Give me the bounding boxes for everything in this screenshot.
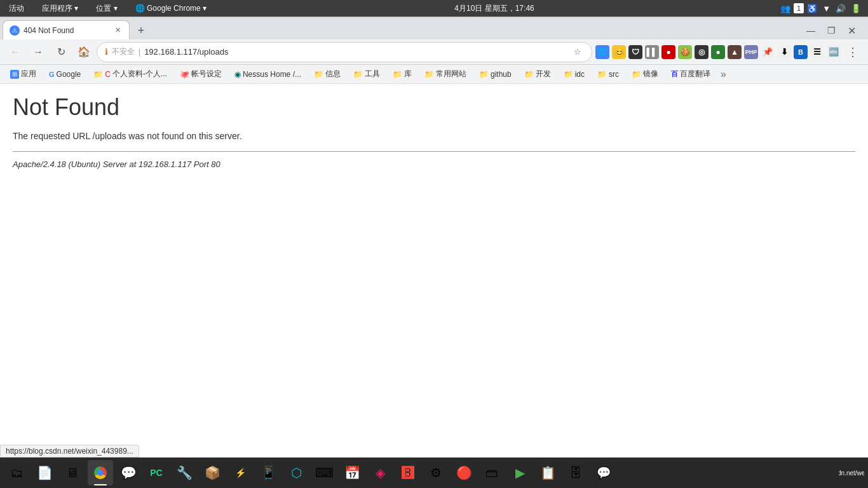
ext-face[interactable]: 😊	[612, 45, 626, 59]
taskbar-files[interactable]: 🗂	[4, 460, 29, 485]
address-text[interactable]: 192.168.1.117/uploads	[144, 47, 567, 57]
taskbar-app10[interactable]: ⬡	[283, 460, 309, 485]
bookmark-personal[interactable]: 📁 C 个人资料-个人...	[88, 67, 172, 81]
bookmark-common[interactable]: 📁 常用网站	[419, 67, 471, 81]
nessus-icon: ◉	[234, 70, 241, 79]
tab-title: 404 Not Found	[24, 26, 109, 35]
bookmark-account[interactable]: 🐙 帐号设定	[175, 67, 227, 81]
bookmark-google[interactable]: G Google	[44, 68, 86, 81]
bookmark-mirror[interactable]: 📁 镜像	[627, 67, 663, 81]
taskbar-center: 4月10日 星期五，17:46	[454, 3, 534, 14]
ext-translate[interactable]: 🌐	[595, 45, 609, 59]
bookmark-dev[interactable]: 📁 开发	[519, 67, 556, 81]
taskbar-app13[interactable]: ⚙	[423, 460, 449, 485]
refresh-button[interactable]: ↻	[51, 42, 71, 62]
taskbar-url-label: https://blog.csdn.net/weixin_443989...	[839, 460, 864, 485]
ext-red[interactable]: ●	[661, 45, 675, 59]
page-body: The requested URL /uploads was not found…	[13, 131, 855, 141]
page-divider	[13, 151, 855, 152]
taskbar-wechat[interactable]: 💬	[116, 460, 141, 485]
address-icons: ☆	[571, 46, 584, 58]
ext-bar[interactable]: ▌▌	[645, 45, 659, 59]
ext-circle[interactable]: ◎	[695, 45, 709, 59]
baidu-icon: 百	[671, 69, 678, 79]
ext-shield[interactable]: 🛡	[628, 45, 642, 59]
star-icon[interactable]: ☆	[571, 46, 584, 58]
tab-close-button[interactable]: ✕	[112, 25, 123, 36]
ext-green[interactable]: ●	[711, 45, 725, 59]
folder-icon-github: 📁	[479, 70, 489, 79]
new-tab-button[interactable]: +	[132, 22, 150, 39]
server-info: Apache/2.4.18 (Ubuntu) Server at 192.168…	[13, 159, 855, 169]
network-icon[interactable]: ▼	[820, 4, 832, 13]
taskbar-app9[interactable]: 📱	[255, 460, 281, 485]
taskbar-app12[interactable]: 🅱	[395, 460, 421, 485]
taskbar-app18[interactable]: 🗄	[563, 460, 588, 485]
bookmark-apps[interactable]: ⊞ 应用	[5, 67, 41, 81]
apps-icon: ⊞	[10, 70, 19, 79]
taskbar-app8[interactable]: ⚡	[227, 460, 253, 485]
taskbar-app17[interactable]: 📋	[535, 460, 560, 485]
ext-down[interactable]: ⬇	[777, 45, 791, 59]
back-button[interactable]: ←	[5, 42, 25, 62]
minimize-button[interactable]: —	[802, 24, 820, 37]
bookmark-account-label: 帐号设定	[191, 69, 222, 79]
bookmark-google-label: Google	[57, 70, 81, 79]
accessibility-icon[interactable]: ♿	[805, 4, 819, 13]
menu-button[interactable]: ⋮	[843, 42, 863, 62]
taskbar-keyboard[interactable]: ⌨	[311, 460, 337, 485]
taskbar-wechat2[interactable]: 💬	[591, 460, 616, 485]
nav-bar: ← → ↻ 🏠 ℹ 不安全 | 192.168.1.117/uploads ☆ …	[0, 39, 868, 65]
bookmark-baidu-label: 百度翻译	[680, 69, 710, 79]
bookmark-info[interactable]: 📁 信息	[309, 67, 346, 81]
taskbar-calendar[interactable]: 📅	[339, 460, 365, 485]
bookmark-nessus[interactable]: ◉ Nessus Home /...	[229, 68, 306, 81]
bookmark-dev-label: 开发	[536, 69, 551, 79]
bookmark-tools[interactable]: 📁 工具	[348, 67, 385, 81]
taskbar-terminal[interactable]: 🖥	[60, 460, 85, 485]
bookmark-lib[interactable]: 📁 库	[388, 67, 417, 81]
activities-button[interactable]: 活动	[5, 2, 28, 15]
ext-pin[interactable]: 📌	[761, 45, 775, 59]
places-menu[interactable]: 位置 ▾	[92, 2, 121, 15]
window-controls: — ❐ ✕	[802, 24, 865, 39]
bookmark-idc[interactable]: 📁 idc	[559, 68, 590, 81]
taskbar-app14[interactable]: 🔴	[451, 460, 477, 485]
folder-icon-info: 📁	[314, 70, 323, 79]
bookmark-baidu[interactable]: 百 百度翻译	[666, 67, 715, 81]
active-tab[interactable]: ⚠ 404 Not Found ✕	[3, 20, 130, 39]
bookmarks-more-button[interactable]: »	[718, 69, 729, 80]
bookmark-idc-label: idc	[575, 70, 585, 79]
taskbar-app7[interactable]: 📦	[200, 460, 225, 485]
close-button[interactable]: ✕	[843, 24, 860, 37]
google-icon: G	[49, 71, 55, 78]
taskbar-text[interactable]: 📄	[32, 460, 57, 485]
applications-menu[interactable]: 应用程序 ▾	[38, 2, 82, 15]
taskbar-chrome[interactable]	[88, 460, 113, 485]
power-icon[interactable]: 🔋	[849, 4, 863, 13]
maximize-button[interactable]: ❐	[822, 24, 840, 37]
taskbar-app6[interactable]: 🔧	[172, 460, 197, 485]
ext-cookie[interactable]: 🍪	[678, 45, 692, 59]
top-taskbar: 活动 应用程序 ▾ 位置 ▾ 🌐 Google Chrome ▾ 4月10日 星…	[0, 0, 868, 17]
taskbar-pycharm[interactable]: PC	[144, 460, 169, 485]
forward-button[interactable]: →	[28, 42, 48, 62]
chrome-window: ⚠ 404 Not Found ✕ + — ❐ ✕ ← → ↻ 🏠 ℹ 不安全 …	[0, 17, 868, 465]
bookmark-github[interactable]: 📁 github	[474, 68, 517, 81]
ext-list[interactable]: ☰	[810, 45, 824, 59]
bookmark-src[interactable]: 📁 src	[592, 68, 624, 81]
taskbar-app15[interactable]: 🗃	[479, 460, 505, 485]
volume-icon[interactable]: 🔊	[834, 4, 848, 13]
chrome-label[interactable]: 🌐 Google Chrome ▾	[132, 3, 210, 14]
ext-php[interactable]: PHP	[744, 45, 758, 59]
home-button[interactable]: 🏠	[74, 42, 94, 62]
ext-translate2[interactable]: 🔤	[827, 45, 841, 59]
address-bar[interactable]: ℹ 不安全 | 192.168.1.117/uploads ☆	[97, 42, 592, 62]
taskbar-app16[interactable]: ▶	[507, 460, 532, 485]
ext-brown[interactable]: ▲	[728, 45, 742, 59]
window-indicator[interactable]: 1	[794, 3, 804, 13]
ext-blue-b[interactable]: B	[794, 45, 808, 59]
taskbar-app11[interactable]: ◈	[367, 460, 393, 485]
users-icon[interactable]: 👥	[778, 4, 792, 13]
bookmark-personal-label: 个人资料-个人...	[112, 69, 167, 79]
